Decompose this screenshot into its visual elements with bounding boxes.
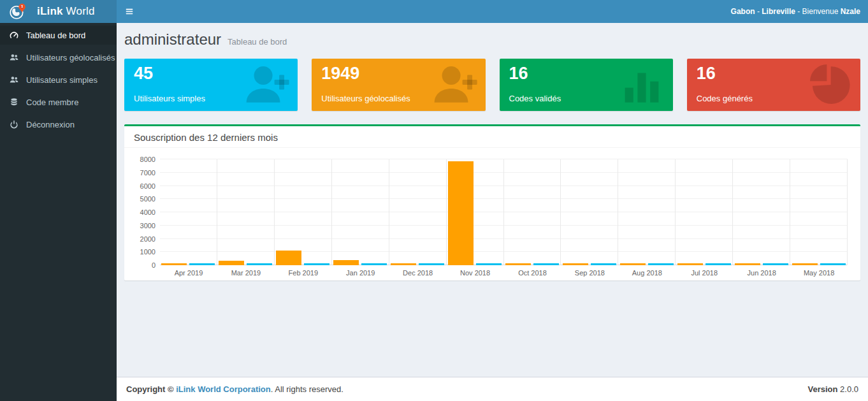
brand[interactable]: $ iLink World (0, 0, 117, 23)
y-tick-label: 3000 (140, 222, 156, 230)
chart-bar-blue-may-2018 (820, 263, 846, 265)
version-text: Version 2.0.0 (808, 384, 859, 394)
x-tick-label: Dec 2018 (389, 269, 447, 281)
user-greeting: Gabon - Libreville - Bienvenue Nzale (731, 7, 868, 16)
stat-card-utilisateurs-simples: 45Utilisateurs simples (124, 59, 298, 111)
chart-bar-blue-jun-2018 (763, 263, 788, 265)
bar-chart-icon (617, 62, 667, 107)
y-tick-label: 4000 (140, 208, 156, 216)
sidebar-item-tableau-de-bord[interactable]: Tableau de bord (0, 26, 117, 45)
x-tick-label: Nov 2018 (447, 269, 504, 281)
sidebar: Tableau de bordUtilisateurs géolocalisés… (0, 23, 117, 401)
chart-bar-orange-mar-2019 (219, 261, 244, 265)
y-tick-label: 8000 (140, 156, 156, 163)
chart-bar-blue-dec-2018 (419, 263, 444, 265)
users-icon (10, 75, 21, 84)
stat-card-codes-generes: 16Codes générés (687, 59, 860, 111)
chart-bar-orange-oct-2018 (505, 263, 531, 265)
copyright-text: Copyright © iLink World Corporation. All… (126, 384, 344, 394)
globe-pin-logo-icon: $ (9, 2, 28, 21)
subscriptions-panel: Souscription des 12 derniers mois 010002… (124, 124, 860, 281)
x-tick-label: Apr 2019 (160, 269, 217, 281)
sidebar-item-label: Tableau de bord (26, 31, 85, 40)
chart-bar-blue-jul-2018 (705, 263, 731, 265)
chart-slots (160, 159, 848, 265)
power-icon (10, 120, 21, 129)
chart-month-slot (389, 159, 447, 265)
chart-x-axis-labels: Apr 2019Mar 2019Feb 2019Jan 2019Dec 2018… (160, 269, 848, 281)
chart-bar-orange-dec-2018 (391, 263, 416, 265)
page-header: administrateur Tableau de bord (124, 31, 860, 48)
sidebar-item-label: Utilisateurs simples (26, 75, 98, 85)
chart-bar-orange-jan-2019 (333, 260, 359, 265)
y-tick-label: 2000 (140, 235, 156, 243)
chart-bar-orange-jun-2018 (735, 263, 760, 265)
chart-plot-area: 010002000300040005000600070008000 (160, 159, 848, 265)
chart-bar-orange-aug-2018 (620, 263, 646, 265)
stat-card-codes-valides: 16Codes validés (500, 59, 673, 111)
chart-month-slot (504, 159, 561, 265)
page-footer: Copyright © iLink World Corporation. All… (117, 377, 868, 401)
chart-month-slot (217, 159, 275, 265)
chart-bar-blue-feb-2019 (304, 263, 329, 265)
sidebar-item-label: Utilisateurs géolocalisés (26, 53, 115, 62)
top-navbar: $ iLink World Gabon - Libreville - Bienv… (0, 0, 868, 23)
chart-month-slot (561, 159, 618, 265)
sidebar-toggle-hamburger-icon[interactable] (117, 0, 142, 23)
x-tick-label: Sep 2018 (561, 269, 618, 281)
y-tick-label: 7000 (140, 169, 156, 177)
y-tick-label: 1000 (140, 248, 156, 256)
chart-bar-orange-jul-2018 (677, 263, 703, 265)
chart-bar-orange-may-2018 (792, 263, 818, 265)
main-content: administrateur Tableau de bord 45Utilisa… (117, 23, 868, 377)
chart-month-slot (676, 159, 733, 265)
brand-title: iLink World (37, 5, 95, 18)
sidebar-item-code-membre[interactable]: Code membre (0, 92, 117, 112)
chart-title: Souscription des 12 derniers mois (124, 126, 860, 148)
sidebar-item-utilisateurs-geolocalises[interactable]: Utilisateurs géolocalisés (0, 48, 117, 67)
x-tick-label: Aug 2018 (618, 269, 676, 281)
x-tick-label: Jul 2018 (676, 269, 733, 281)
chart-month-slot (160, 159, 217, 265)
database-icon (10, 98, 21, 106)
dashboard-icon (10, 31, 21, 40)
chart-month-slot (618, 159, 676, 265)
y-tick-label: 5000 (140, 195, 156, 203)
chart-bar-blue-oct-2018 (533, 263, 559, 265)
chart-month-slot (790, 159, 848, 265)
chart-bar-orange-apr-2019 (161, 263, 187, 265)
stat-card-utilisateurs-geolocalises: 1949Utilisateurs géolocalisés (312, 59, 485, 111)
company-link[interactable]: iLink World Corporation (176, 384, 271, 394)
x-tick-label: Oct 2018 (504, 269, 561, 281)
chart-bar-orange-feb-2019 (276, 251, 301, 265)
users-icon (10, 53, 21, 62)
sidebar-item-deconnexion[interactable]: Déconnexion (0, 115, 117, 134)
chart-bar-blue-nov-2018 (476, 263, 502, 265)
y-tick-label: 6000 (140, 182, 156, 190)
x-tick-label: Jan 2019 (332, 269, 389, 281)
subscriptions-chart: 010002000300040005000600070008000 Apr 20… (131, 156, 851, 281)
chart-month-slot (275, 159, 332, 265)
chart-bar-blue-jan-2019 (361, 263, 387, 265)
chart-bar-orange-nov-2018 (448, 161, 474, 265)
x-tick-label: Mar 2019 (217, 269, 275, 281)
user-plus-icon (242, 62, 291, 107)
navbar: Gabon - Libreville - Bienvenue Nzale (117, 0, 868, 23)
chart-month-slot (733, 159, 790, 265)
user-plus-icon (430, 62, 479, 107)
x-tick-label: Feb 2019 (275, 269, 332, 281)
chart-bar-blue-sep-2018 (591, 263, 616, 265)
page-title: administrateur (124, 31, 221, 48)
sidebar-item-utilisateurs-simples[interactable]: Utilisateurs simples (0, 70, 117, 89)
chart-month-slot (332, 159, 389, 265)
chart-bar-blue-aug-2018 (648, 263, 674, 265)
svg-text:$: $ (21, 4, 23, 8)
sidebar-item-label: Déconnexion (26, 120, 75, 129)
chart-bar-orange-sep-2018 (563, 263, 588, 265)
chart-bar-blue-apr-2019 (189, 263, 215, 265)
x-tick-label: Jun 2018 (733, 269, 790, 281)
chart-month-slot (447, 159, 504, 265)
stat-cards-row: 45Utilisateurs simples1949Utilisateurs g… (124, 59, 860, 111)
x-tick-label: May 2018 (790, 269, 848, 281)
page-subtitle: Tableau de bord (228, 37, 287, 47)
